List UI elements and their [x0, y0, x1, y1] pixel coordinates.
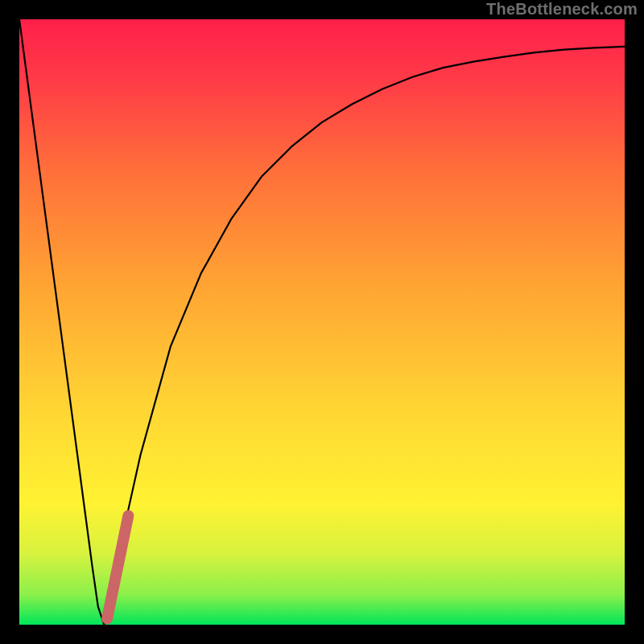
gradient-background — [19, 19, 625, 625]
chart-frame: TheBottleneck.com — [0, 0, 644, 644]
chart-plot-area — [19, 19, 625, 625]
chart-svg — [19, 19, 625, 625]
watermark-label: TheBottleneck.com — [486, 0, 638, 19]
